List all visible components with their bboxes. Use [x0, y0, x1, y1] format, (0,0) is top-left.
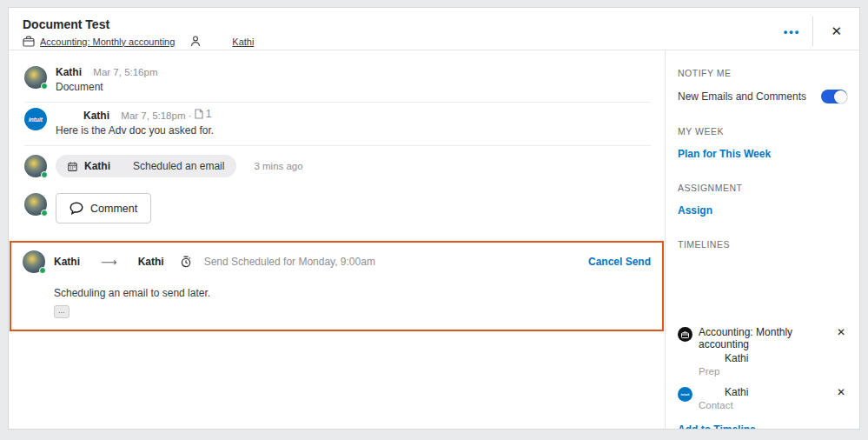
breadcrumb-project-link[interactable]: Accounting: Monthly accounting — [40, 37, 175, 47]
presence-dot — [41, 210, 48, 217]
timeline-item-contact[interactable]: intuit Kathi Contact ✕ — [678, 386, 847, 410]
page-title: Document Test — [23, 17, 844, 31]
feed-item-comment: Comment — [24, 186, 651, 232]
notify-toggle-row: New Emails and Comments — [678, 90, 847, 103]
breadcrumb-contact-link[interactable]: Kathi — [232, 37, 254, 47]
scheduled-email-box: Kathi ⟶ Kathi Send Scheduled for Monday,… — [10, 241, 664, 331]
feed-item-scheduled-event: Kathi Scheduled an email 3 mins ago — [24, 146, 651, 186]
my-week-label: MY WEEK — [678, 126, 847, 137]
avatar-kathi — [24, 155, 47, 177]
add-to-timeline-link[interactable]: Add to Timeline — [678, 423, 756, 430]
assignment-label: ASSIGNMENT — [678, 183, 847, 193]
recipient-name: Kathi — [138, 256, 164, 268]
timeline-item-subtitle: Kathi — [725, 352, 829, 364]
notify-me-label: NOTIFY ME — [678, 68, 847, 78]
timestamp: Mar 7, 5:16pm — [93, 67, 157, 77]
expand-trimmed-content-button[interactable]: ... — [54, 305, 70, 318]
details-sidebar: NOTIFY ME New Emails and Comments MY WEE… — [665, 50, 859, 430]
comment-button[interactable]: Comment — [56, 193, 151, 223]
header-actions: ••• ✕ — [772, 17, 847, 46]
timeline-item-type: Contact — [699, 400, 829, 410]
avatar-kathi — [23, 250, 45, 273]
schedule-status-text: Send Scheduled for Monday, 9:00am — [204, 256, 375, 268]
plan-for-week-link[interactable]: Plan for This Week — [678, 148, 771, 160]
assign-link[interactable]: Assign — [678, 204, 712, 217]
event-author: Kathi — [84, 160, 110, 172]
project-briefcase-icon — [678, 327, 692, 342]
avatar-intuit: intuit — [24, 108, 47, 130]
briefcase-icon — [23, 36, 35, 47]
timeline-item-project[interactable]: Accounting: Monthly accounting Kathi Pre… — [678, 326, 847, 377]
intuit-logo-icon: intuit — [678, 387, 692, 402]
sender-name: Kathi — [54, 256, 80, 268]
person-icon — [190, 36, 201, 47]
notify-toggle[interactable] — [821, 90, 847, 103]
arrow-right-icon: ⟶ — [101, 256, 117, 269]
document-icon — [195, 109, 203, 119]
event-time: 3 mins ago — [254, 161, 302, 171]
timeline-item-title: Kathi — [725, 386, 829, 398]
more-menu-button[interactable]: ••• — [772, 25, 813, 38]
author-name[interactable]: Kathi — [56, 66, 82, 78]
timeline-item-type: Prep — [699, 366, 829, 377]
panel-header: Document Test Accounting: Monthly accoun… — [9, 8, 859, 50]
scheduled-email-text: Scheduling an email to send later. — [54, 287, 651, 299]
author-name[interactable]: Kathi — [83, 110, 109, 122]
feed-item-document: Kathi Mar 7, 5:16pm Document — [24, 61, 651, 103]
breadcrumb: Accounting: Monthly accounting Kathi — [23, 36, 844, 47]
conversation-feed: Kathi Mar 7, 5:16pm Document intuit Kath… — [9, 50, 665, 430]
scheduled-email-body: Scheduling an email to send later. ... — [54, 287, 651, 318]
toggle-knob — [834, 90, 847, 103]
avatar-kathi — [24, 193, 47, 216]
presence-dot — [39, 267, 46, 274]
timeline-item-title: Accounting: Monthly accounting — [699, 326, 829, 350]
comment-bubble-icon — [70, 202, 83, 215]
timelines-label: TIMELINES — [678, 239, 847, 250]
scheduled-recipients: Kathi ⟶ Kathi — [54, 256, 171, 269]
timeline-items: Accounting: Monthly accounting Kathi Pre… — [678, 326, 847, 430]
remove-timeline-item-button[interactable]: ✕ — [835, 326, 847, 377]
calendar-icon — [68, 162, 77, 171]
feed-item-email: intuit Kathi Mar 7, 5:18pm · 1 Here is t… — [24, 103, 651, 146]
cancel-send-link[interactable]: Cancel Send — [588, 256, 651, 268]
conversation-panel: Document Test Accounting: Monthly accoun… — [8, 7, 860, 430]
timestamp: Mar 7, 5:18pm · — [121, 110, 191, 121]
message-body: Document — [56, 81, 158, 93]
scheduled-event-pill[interactable]: Kathi Scheduled an email — [56, 155, 236, 177]
close-button[interactable]: ✕ — [813, 22, 847, 41]
event-action: Scheduled an email — [133, 160, 224, 172]
schedule-send-icon — [180, 256, 192, 268]
message-body: Here is the Adv doc you asked for. — [56, 124, 214, 137]
remove-timeline-item-button[interactable]: ✕ — [835, 386, 847, 410]
comment-button-label: Comment — [90, 203, 137, 215]
presence-dot — [41, 83, 48, 90]
avatar-kathi — [24, 66, 47, 89]
presence-dot — [41, 171, 48, 178]
attachment-count[interactable]: 1 — [195, 108, 212, 120]
notify-toggle-label: New Emails and Comments — [678, 90, 806, 103]
